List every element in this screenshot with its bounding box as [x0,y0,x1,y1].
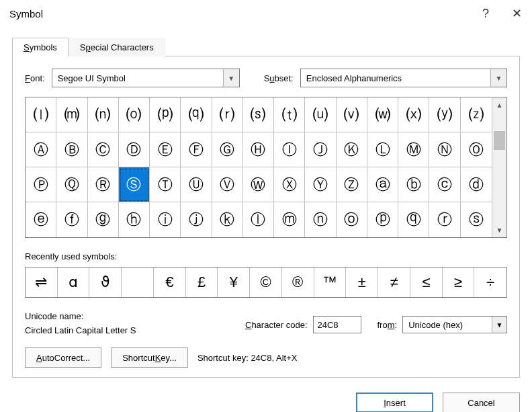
symbol-cell[interactable]: Ⓑ [56,132,87,167]
symbol-cell[interactable]: Ⓜ [398,132,429,167]
cancel-button[interactable]: Cancel [443,393,520,412]
symbol-cell[interactable]: ⒱ [337,97,367,132]
recent-symbol-cell[interactable]: € [154,267,186,297]
symbol-cell[interactable]: Ⓕ [181,132,212,167]
scroll-thumb[interactable] [494,131,505,150]
symbol-cell[interactable]: ⓓ [461,167,492,202]
symbol-cell[interactable]: Ⓘ [274,132,305,167]
symbol-cell[interactable]: ⓒ [429,167,460,202]
symbol-cell[interactable]: ⓖ [88,202,119,237]
symbol-cell[interactable]: ⓞ [337,202,367,237]
symbol-cell[interactable]: Ⓧ [274,167,305,202]
shortcut-key-button[interactable]: Shortcut Key... [111,347,188,368]
symbol-grid-wrap: ⒧⒨⒩⒪⒫⒬⒭⒮⒯⒰⒱⒲⒳⒴⒵ⒶⒷⒸⒹⒺⒻⒼⒽⒾⒿⓀⓁⓂⓃⓄⓅⓆⓇⓈⓉⓊⓋⓌⓍⓎ… [25,97,507,238]
symbol-cell[interactable]: ⒨ [56,97,87,132]
symbol-cell[interactable]: ⒲ [367,97,398,132]
tab-symbols[interactable]: Symbols [12,38,69,56]
symbol-cell[interactable]: Ⓞ [461,132,492,167]
symbol-cell[interactable]: ⓟ [367,202,398,237]
recent-symbol-cell[interactable]: ¥ [218,267,250,297]
symbol-cell[interactable]: ⓝ [305,202,336,237]
symbol-cell[interactable]: ⓚ [212,202,243,237]
font-input[interactable] [52,69,223,87]
symbol-cell[interactable]: Ⓔ [150,132,181,167]
font-select[interactable]: ▼ [52,69,240,87]
symbol-cell[interactable]: Ⓤ [181,167,212,202]
scroll-track[interactable] [492,112,506,222]
recent-symbol-cell[interactable]: ÷ [474,267,506,297]
symbol-cell[interactable]: Ⓐ [26,132,56,167]
chevron-down-icon[interactable]: ▼ [223,69,239,87]
symbol-cell[interactable]: Ⓛ [367,132,398,167]
symbol-cell[interactable]: ⒯ [274,97,305,132]
symbol-cell[interactable]: ⓕ [56,202,87,237]
symbol-cell[interactable]: Ⓠ [56,167,87,202]
symbol-cell[interactable]: ⓑ [398,167,429,202]
symbol-cell[interactable]: ⒩ [88,97,119,132]
scrollbar[interactable]: ▲ ▼ [492,97,506,237]
symbol-cell[interactable]: Ⓢ [119,167,150,202]
subset-select[interactable]: ▼ [300,69,507,87]
symbol-cell[interactable]: ⓛ [243,202,274,237]
autocorrect-button[interactable]: AutoCorrect... [25,347,101,368]
close-button[interactable]: ✕ [501,0,532,27]
symbol-cell[interactable]: ⒴ [429,97,460,132]
symbol-cell[interactable]: Ⓖ [212,132,243,167]
symbol-cell[interactable]: Ⓡ [88,167,119,202]
recent-symbol-cell[interactable]: © [250,267,282,297]
symbol-cell[interactable]: Ⓨ [305,167,336,202]
recent-symbol-cell[interactable]: £ [186,267,218,297]
scroll-down-icon[interactable]: ▼ [492,222,506,237]
symbol-cell[interactable]: Ⓓ [119,132,150,167]
symbol-cell[interactable]: ⓡ [429,202,460,237]
symbol-cell[interactable]: Ⓥ [212,167,243,202]
symbol-cell[interactable]: ⒵ [461,97,492,132]
help-button[interactable]: ? [470,0,501,27]
recent-symbol-cell[interactable]: ® [282,267,314,297]
titlebar: Symbol ? ✕ [0,0,532,27]
symbol-cell[interactable]: ⒬ [181,97,212,132]
tab-special-characters[interactable]: Special Characters [69,38,165,56]
symbol-cell[interactable]: Ⓝ [429,132,460,167]
symbol-cell[interactable]: Ⓩ [337,167,367,202]
symbol-cell[interactable]: ⓢ [461,202,492,237]
recent-symbol-cell[interactable]: ≤ [410,267,443,297]
symbol-cell[interactable]: Ⓗ [243,132,274,167]
recent-symbol-cell[interactable]: ϑ [89,267,122,297]
symbol-cell[interactable]: ⒰ [305,97,336,132]
recent-symbol-cell[interactable]: ≠ [378,267,410,297]
symbol-cell[interactable]: ⒪ [119,97,150,132]
insert-button[interactable]: Insert [356,393,433,412]
scroll-up-icon[interactable]: ▲ [492,97,506,112]
symbol-cell[interactable]: ⒫ [150,97,181,132]
symbol-cell[interactable]: ⒧ [26,97,56,132]
symbol-cell[interactable]: Ⓙ [305,132,336,167]
dialog-footer: Insert Cancel [0,386,532,412]
subset-input[interactable] [301,69,490,87]
recent-symbol-cell[interactable]: ⇌ [26,267,58,297]
recent-symbol-cell[interactable] [122,267,154,297]
symbol-cell[interactable]: ⓠ [398,202,429,237]
symbol-cell[interactable]: ⓙ [181,202,212,237]
recent-symbol-cell[interactable]: ™ [314,267,347,297]
symbol-cell[interactable]: ⒮ [243,97,274,132]
symbol-cell[interactable]: ⓜ [274,202,305,237]
symbol-cell[interactable]: Ⓣ [150,167,181,202]
symbol-cell[interactable]: ⓐ [367,167,398,202]
symbol-cell[interactable]: ⒳ [398,97,429,132]
symbol-cell[interactable]: ⓘ [150,202,181,237]
symbol-cell[interactable]: ⓔ [26,202,56,237]
symbol-cell[interactable]: Ⓦ [243,167,274,202]
symbol-cell[interactable]: Ⓒ [88,132,119,167]
symbol-cell[interactable]: ⒭ [212,97,243,132]
symbol-cell[interactable]: ⓗ [119,202,150,237]
symbol-cell[interactable]: Ⓟ [26,167,56,202]
recent-symbol-cell[interactable]: ɑ [58,267,90,297]
from-select[interactable]: Unicode (hex) ▼ [402,316,507,333]
chevron-down-icon[interactable]: ▼ [492,317,506,333]
recent-symbol-cell[interactable]: ≥ [443,267,475,297]
chevron-down-icon[interactable]: ▼ [490,69,506,87]
char-code-input[interactable] [313,316,361,333]
recent-symbol-cell[interactable]: ± [346,267,378,297]
symbol-cell[interactable]: Ⓚ [337,132,367,167]
